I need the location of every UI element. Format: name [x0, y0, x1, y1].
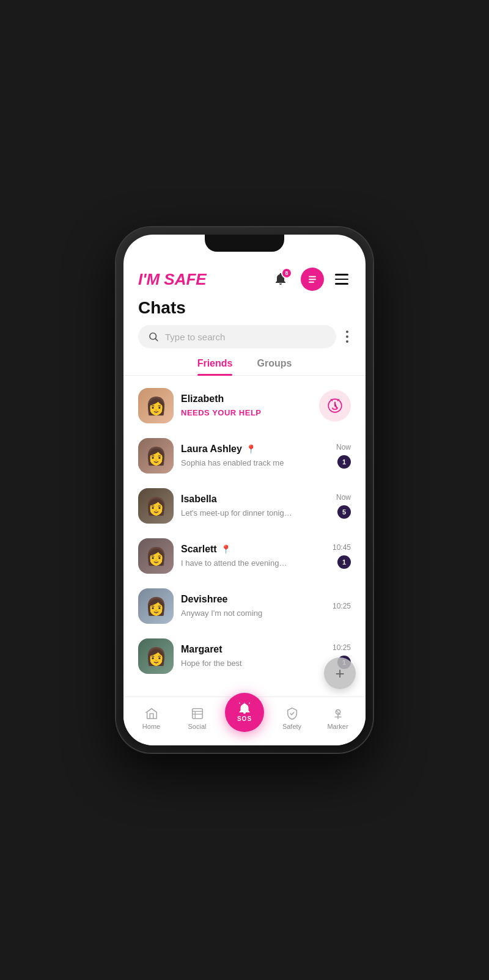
dot — [346, 340, 348, 343]
nav-item-sos[interactable]: SOS — [220, 703, 269, 734]
dot — [346, 331, 348, 333]
chat-item-scarlett[interactable]: 👩 Scarlett 📍 I have to attend the evenin… — [131, 531, 358, 581]
chat-name-elizabeth: Elizabeth — [181, 393, 224, 404]
search-row: Type to search — [123, 325, 366, 348]
nav-item-social[interactable]: Social — [174, 704, 220, 733]
chat-item-devishree[interactable]: 👩 Devishree Anyway I'm not coming 10:25 — [131, 581, 358, 631]
avatar-isabella: 👩 — [138, 488, 174, 524]
avatar-devishree: 👩 — [138, 588, 174, 624]
nav-item-home[interactable]: Home — [128, 704, 174, 733]
svg-line-11 — [249, 703, 250, 703]
notch — [205, 235, 284, 252]
chat-time-isabella: Now — [336, 493, 351, 502]
chat-meta-devishree: 10:25 — [333, 602, 351, 610]
badge-scarlett: 1 — [337, 555, 351, 569]
avatar-margaret: 👩 — [138, 638, 174, 674]
chat-time-margaret: 10:25 — [333, 643, 351, 652]
search-placeholder: Type to search — [165, 332, 225, 342]
phone-frame: I'M SAFE 8 — [116, 227, 373, 753]
chat-info-scarlett: Scarlett 📍 I have to attend the evening… — [181, 544, 325, 568]
more-options-button[interactable] — [344, 328, 351, 345]
profile-button[interactable] — [301, 268, 324, 291]
search-icon — [148, 331, 159, 342]
chat-time-scarlett: 10:45 — [333, 543, 351, 552]
sos-alert-button-elizabeth[interactable] — [319, 390, 351, 422]
sos-button[interactable]: SOS — [225, 693, 264, 732]
chat-preview-devishree: Anyway I'm not coming — [181, 609, 262, 618]
chat-info-margaret: Margaret Hope for the best — [181, 644, 325, 668]
notification-button[interactable]: 8 — [269, 268, 292, 291]
nav-label-social: Social — [188, 723, 207, 730]
tabs-row: Friends Groups — [123, 358, 366, 376]
chat-time-devishree: 10:25 — [333, 602, 351, 610]
nav-item-safety[interactable]: Safety — [269, 704, 315, 733]
header-icons: 8 — [269, 268, 351, 291]
chat-item-isabella[interactable]: 👩 Isabella Let's meet-up for dinner toni… — [131, 481, 358, 531]
chat-info-devishree: Devishree Anyway I'm not coming — [181, 594, 325, 618]
notification-badge: 8 — [281, 268, 292, 279]
badge-laura: 1 — [337, 455, 351, 469]
sos-icon — [237, 702, 252, 715]
chat-item-laura[interactable]: 👩 Laura Ashley 📍 Sophia has enabled trac… — [131, 431, 358, 481]
home-icon — [145, 707, 158, 720]
chat-preview-scarlett: I have to attend the evening… — [181, 558, 287, 568]
phone-screen: I'M SAFE 8 — [123, 235, 366, 745]
svg-line-10 — [239, 703, 240, 703]
svg-rect-1 — [309, 279, 316, 280]
chat-time-laura: Now — [336, 443, 351, 452]
chat-preview-elizabeth: NEEDS YOUR HELP — [181, 408, 262, 417]
chat-preview-laura: Sophia has enabled track me — [181, 458, 284, 467]
svg-rect-5 — [192, 708, 202, 719]
nav-sos-label: SOS — [237, 715, 252, 722]
avatar-scarlett: 👩 — [138, 538, 174, 574]
alarm-icon — [327, 398, 343, 414]
svg-rect-2 — [309, 282, 314, 283]
menu-line — [335, 279, 348, 280]
social-icon — [191, 707, 204, 720]
chat-meta-scarlett: 10:45 1 — [333, 543, 351, 569]
chat-name-margaret: Margaret — [181, 644, 222, 655]
badge-isabella: 5 — [337, 505, 351, 519]
nav-item-marker[interactable]: Marker — [315, 704, 361, 733]
nav-label-home: Home — [142, 723, 160, 730]
menu-line — [335, 283, 348, 285]
dot — [346, 335, 348, 338]
chat-preview-margaret: Hope for the best — [181, 659, 242, 668]
svg-rect-0 — [309, 276, 316, 277]
tab-friends[interactable]: Friends — [197, 358, 233, 375]
menu-button[interactable] — [333, 271, 351, 287]
bottom-nav: Home Social — [123, 697, 366, 745]
safety-icon — [285, 707, 299, 720]
chat-preview-isabella: Let's meet-up for dinner tonig… — [181, 508, 292, 517]
chats-title: Chats — [123, 296, 366, 325]
marker-icon — [331, 707, 345, 720]
fab-button[interactable]: + — [324, 657, 356, 689]
chat-name-laura: Laura Ashley — [181, 444, 242, 455]
chat-info-laura: Laura Ashley 📍 Sophia has enabled track … — [181, 444, 329, 468]
chat-info-isabella: Isabella Let's meet-up for dinner tonig… — [181, 494, 329, 518]
tab-groups[interactable]: Groups — [257, 358, 292, 375]
chat-name-scarlett: Scarlett — [181, 544, 217, 555]
profile-icon — [307, 274, 318, 285]
chat-item-elizabeth[interactable]: 👩 Elizabeth NEEDS YOUR HELP — [131, 381, 358, 431]
location-pin-laura: 📍 — [246, 444, 256, 454]
location-pin-scarlett: 📍 — [221, 544, 231, 554]
search-box[interactable]: Type to search — [138, 325, 336, 348]
chat-meta-laura: Now 1 — [336, 443, 351, 469]
menu-line — [335, 274, 348, 276]
avatar-laura: 👩 — [138, 438, 174, 474]
chat-meta-isabella: Now 5 — [336, 493, 351, 519]
chat-name-isabella: Isabella — [181, 494, 217, 505]
brand-title: I'M SAFE — [138, 270, 207, 289]
nav-label-safety: Safety — [282, 723, 301, 730]
chat-name-devishree: Devishree — [181, 594, 228, 605]
nav-label-marker: Marker — [327, 723, 348, 730]
app-header: I'M SAFE 8 — [123, 261, 366, 296]
avatar-elizabeth: 👩 — [138, 388, 174, 423]
chat-info-elizabeth: Elizabeth NEEDS YOUR HELP — [181, 393, 312, 418]
